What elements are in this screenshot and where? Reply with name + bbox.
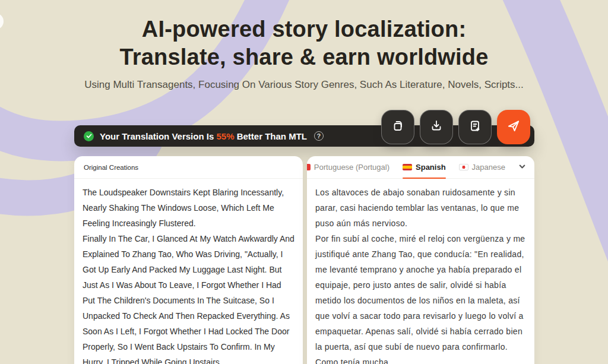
- banner-message-prefix: Your Translation Version Is: [100, 131, 216, 141]
- download-icon: [429, 119, 444, 135]
- original-paragraph: Finally In The Car, I Glanced At My Watc…: [83, 231, 294, 364]
- copy-button[interactable]: [381, 110, 414, 144]
- help-icon[interactable]: ?: [314, 131, 324, 141]
- send-button[interactable]: [497, 110, 530, 144]
- original-panel: Original Creations The Loudspeaker Downs…: [74, 156, 303, 364]
- page-title-line1: AI-powered story localization:: [0, 15, 608, 43]
- spain-flag-icon: [403, 164, 412, 170]
- copy-icon: [391, 119, 405, 135]
- tab-portuguese-portugal[interactable]: Portuguese (Portugal): [307, 156, 390, 178]
- banner-message-suffix: Better Than MTL: [234, 131, 307, 141]
- page-title: AI-powered story localization: Translate…: [0, 15, 608, 71]
- check-circle-icon: [84, 131, 94, 141]
- translation-paragraph: Los altavoces de abajo sonaban ruidosame…: [315, 185, 526, 231]
- editor-panels: Original Creations The Loudspeaker Downs…: [74, 156, 534, 364]
- tab-spanish[interactable]: Spanish: [403, 156, 446, 178]
- hero-section: AI-powered story localization: Translate…: [0, 15, 608, 91]
- tab-label: Spanish: [416, 163, 446, 172]
- download-button[interactable]: [420, 110, 453, 144]
- language-tabs: Portuguese (Portugal) Spanish Japanese: [307, 156, 534, 179]
- translation-panel: Portuguese (Portugal) Spanish Japanese: [307, 156, 534, 364]
- portugal-flag-icon: [307, 164, 311, 170]
- chevron-down-icon: [518, 162, 526, 173]
- page: AI-powered story localization: Translate…: [0, 0, 608, 364]
- page-subtitle: Using Multi Transagents, Focusing On Var…: [0, 79, 608, 91]
- add-document-button[interactable]: [458, 110, 492, 144]
- tab-japanese[interactable]: Japanese: [459, 156, 505, 178]
- toolbar: [381, 110, 530, 144]
- original-text: The Loudspeaker Downstairs Kept Blaring …: [74, 179, 303, 364]
- tab-label: Japanese: [472, 163, 505, 172]
- translation-paragraph: Por fin subí al coche, miré el reloj con…: [315, 231, 526, 364]
- translation-text: Los altavoces de abajo sonaban ruidosame…: [307, 179, 534, 364]
- banner-message: Your Translation Version Is 55% Better T…: [100, 131, 307, 141]
- language-dropdown-toggle[interactable]: [518, 162, 526, 173]
- tab-label: Portuguese (Portugal): [314, 163, 390, 172]
- add-document-icon: [468, 119, 482, 135]
- original-panel-title: Original Creations: [84, 164, 138, 171]
- send-icon: [506, 118, 521, 136]
- banner-highlight-percent: 55%: [216, 131, 234, 141]
- page-title-line2: Translate, share & earn worldwide: [0, 43, 608, 71]
- original-paragraph: The Loudspeaker Downstairs Kept Blaring …: [83, 185, 294, 231]
- japan-flag-icon: [459, 164, 468, 170]
- original-panel-header: Original Creations: [74, 156, 303, 179]
